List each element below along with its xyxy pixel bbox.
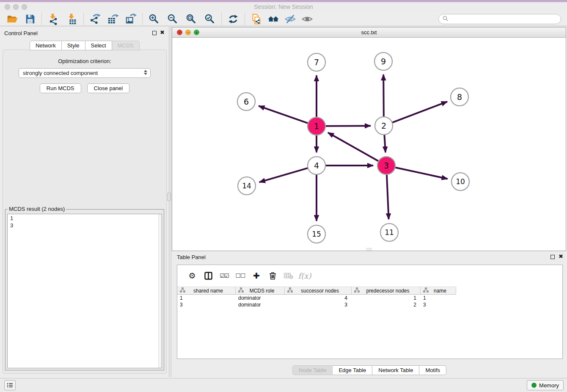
graph-edge-3-10[interactable] — [395, 167, 448, 179]
refresh-layout-icon[interactable] — [226, 13, 240, 25]
graph-edge-1-2[interactable] — [325, 126, 371, 126]
toolbar-separator — [142, 13, 143, 25]
toolbar-separator — [83, 13, 84, 25]
column-header-shared-name[interactable]: shared name — [177, 287, 236, 295]
close-panel-button[interactable]: Close panel — [87, 83, 130, 93]
import-table-icon[interactable] — [65, 13, 79, 25]
import-network-icon[interactable] — [46, 13, 61, 25]
toolbar-separator — [41, 13, 42, 25]
table-cell[interactable]: 4 — [285, 295, 352, 301]
control-panel-float-button[interactable] — [152, 31, 157, 35]
graph-edge-2-9[interactable] — [383, 75, 384, 117]
mcds-result-group: MCDS result (2 nodes) 1 3 — [5, 209, 164, 370]
graph-node-label-1: 1 — [314, 121, 319, 131]
graph-edge-2-8[interactable] — [392, 102, 447, 123]
run-mcds-button[interactable]: Run MCDS — [40, 83, 81, 93]
zoom-out-icon[interactable] — [165, 13, 180, 25]
search-input[interactable] — [438, 14, 561, 24]
network-frame-titlebar[interactable]: ✕ − + scc.txt — [172, 28, 566, 38]
export-image-icon[interactable] — [124, 13, 138, 25]
toolbar-separator — [245, 13, 245, 25]
deselect-all-checkboxes-icon[interactable]: ☐☐ — [232, 269, 248, 282]
graph-edge-2-3[interactable] — [384, 135, 385, 152]
tab-select[interactable]: Select — [85, 41, 112, 50]
table-header-row: shared nameMCDS rolesuccessor nodesprede… — [177, 287, 456, 295]
save-session-icon[interactable] — [23, 13, 37, 25]
mcds-result-text[interactable]: 1 3 — [7, 214, 162, 368]
table-panel-close-button[interactable]: ✖ — [559, 253, 563, 259]
zoom-fit-icon[interactable] — [184, 13, 198, 25]
delete-table-icon[interactable] — [281, 269, 297, 282]
memory-button[interactable]: Memory — [527, 380, 564, 390]
table-cell[interactable]: 1 — [352, 295, 421, 301]
home-overview-icon[interactable] — [266, 13, 281, 25]
task-history-button[interactable] — [4, 380, 16, 390]
graph-edge-4-14[interactable] — [259, 168, 308, 182]
tab-style[interactable]: Style — [62, 41, 85, 50]
panel-splitter[interactable] — [169, 27, 171, 377]
tab-network[interactable]: Network — [30, 41, 62, 50]
table-body: 1dominator4113dominator323 — [177, 295, 562, 308]
column-header-successor-nodes[interactable]: successor nodes — [285, 287, 352, 295]
table-cell[interactable]: 2 — [352, 301, 421, 308]
table-row[interactable]: 1dominator411 — [177, 295, 562, 301]
split-panes-icon[interactable] — [200, 269, 216, 282]
graph-edge-3-1[interactable] — [328, 133, 379, 161]
graph-node-label-7: 7 — [314, 58, 319, 67]
table-cell[interactable]: dominator — [236, 295, 285, 301]
add-column-icon[interactable]: ✚ — [248, 269, 264, 282]
tab-edge-table[interactable]: Edge Table — [333, 365, 372, 375]
tab-node-table[interactable]: Node Table — [292, 365, 333, 375]
graph-node-label-11: 11 — [385, 228, 394, 237]
column-header-name[interactable]: name — [421, 287, 456, 295]
export-network-icon[interactable] — [88, 13, 102, 25]
criterion-select[interactable]: strongly connected component — [19, 68, 151, 78]
table-row[interactable]: 3dominator323 — [177, 301, 562, 308]
tab-mcds[interactable]: MCDS — [112, 41, 140, 50]
table-cell[interactable]: 3 — [285, 301, 352, 308]
graph-node-label-4: 4 — [314, 161, 319, 170]
splitter-grip[interactable] — [167, 193, 171, 201]
control-panel-title: Control Panel — [4, 30, 38, 36]
memory-status-icon — [531, 383, 537, 388]
mcds-panel: Optimization criterion: strongly connect… — [3, 50, 167, 374]
zoom-selected-icon[interactable] — [203, 13, 217, 25]
memory-label: Memory — [539, 382, 559, 389]
hide-details-eye-icon[interactable] — [283, 13, 297, 25]
table-panel-tabs: Node TableEdge TableNetwork TableMotifs — [172, 365, 567, 375]
table-cell[interactable]: 1 — [177, 295, 236, 301]
frame-resize-grip[interactable] — [366, 248, 372, 250]
table-panel-float-button[interactable] — [550, 255, 555, 259]
tree-hierarchy-icon — [238, 287, 244, 294]
toolbar-separator — [221, 13, 222, 25]
zoom-in-icon[interactable] — [147, 13, 161, 25]
graph-node-label-9: 9 — [381, 57, 386, 66]
graph-node-label-3: 3 — [384, 161, 389, 170]
network-canvas[interactable]: 7968124314101511 — [172, 38, 566, 251]
table-cell[interactable]: 3 — [421, 301, 456, 308]
select-all-checkboxes-icon[interactable]: ☑☑ — [216, 269, 232, 282]
column-header-MCDS-role[interactable]: MCDS role — [236, 287, 285, 295]
settings-gear-icon[interactable]: ⚙ — [184, 269, 200, 282]
tree-hierarchy-icon — [354, 287, 360, 294]
duplicate-network-icon[interactable] — [249, 13, 264, 25]
table-cell[interactable]: dominator — [236, 301, 285, 308]
export-table-icon[interactable] — [106, 13, 120, 25]
optimization-criterion-label: Optimization criterion: — [3, 58, 166, 64]
table-cell[interactable]: 1 — [421, 295, 456, 301]
graph-edge-3-11[interactable] — [387, 174, 389, 219]
tab-motifs[interactable]: Motifs — [419, 365, 446, 375]
tab-network-table[interactable]: Network Table — [372, 365, 419, 375]
tree-hierarchy-icon — [287, 287, 293, 294]
function-builder-icon[interactable]: f(x) — [297, 269, 313, 282]
show-details-eye-icon[interactable] — [300, 13, 314, 25]
table-cell[interactable]: 3 — [177, 301, 236, 308]
graph-edge-1-6[interactable] — [259, 106, 308, 123]
network-frame-title: scc.txt — [172, 29, 566, 36]
result-scrollbar[interactable] — [158, 214, 162, 368]
open-session-icon[interactable] — [5, 13, 19, 25]
network-view-frame: ✕ − + scc.txt 7968124314101511 — [172, 27, 566, 251]
column-header-predecessor-nodes[interactable]: predecessor nodes — [352, 287, 421, 295]
delete-column-icon[interactable] — [264, 269, 281, 282]
control-panel-close-button[interactable]: ✖ — [160, 29, 165, 36]
